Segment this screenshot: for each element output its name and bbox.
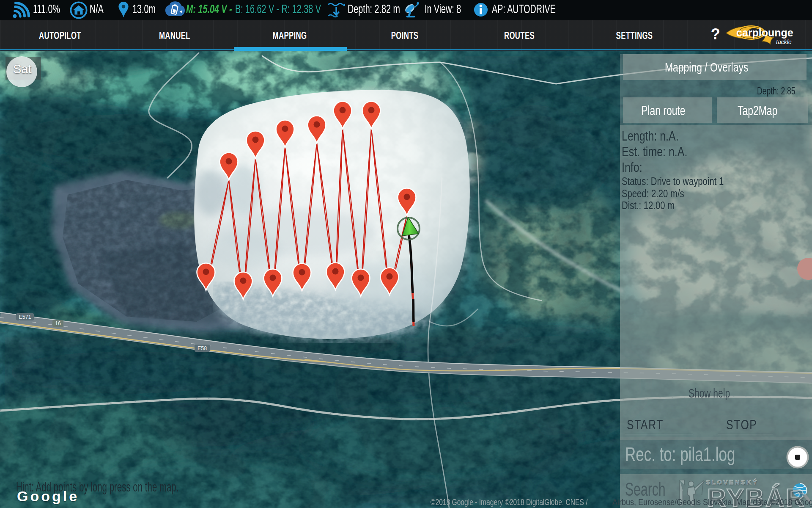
svg-text:tackle: tackle — [776, 39, 792, 45]
svg-text:E58: E58 — [198, 345, 207, 351]
svg-text:carplounge: carplounge — [736, 27, 793, 39]
svg-text:16: 16 — [55, 320, 61, 326]
svg-text:E571: E571 — [19, 314, 31, 320]
